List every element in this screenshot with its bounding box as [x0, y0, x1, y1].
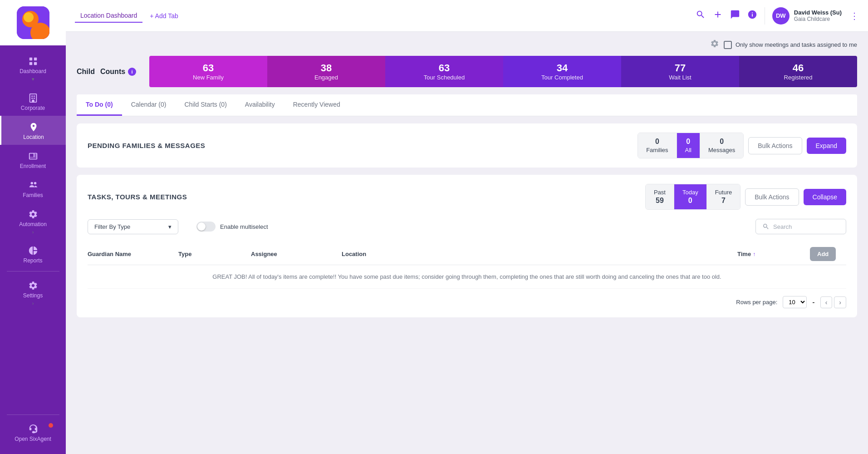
topbar-tab-location-dashboard[interactable]: Location Dashboard	[75, 9, 142, 23]
add-task-button[interactable]: Add	[810, 247, 836, 261]
count-wait-list[interactable]: 77 Wait List	[621, 56, 739, 87]
enrollment-icon	[28, 151, 38, 161]
sidebar-item-families[interactable]: Families	[0, 174, 66, 203]
sort-time-icon: ↑	[753, 251, 755, 257]
sidebar-item-enrollment[interactable]: Enrollment	[0, 145, 66, 174]
svg-rect-9	[31, 96, 33, 97]
col-time[interactable]: Time ↑	[737, 247, 810, 261]
tab-calendar[interactable]: Calendar (0)	[122, 94, 176, 116]
sidebar-item-corporate[interactable]: Corporate	[0, 87, 66, 116]
topbar-user: DW David Weiss (Su) Gaia Childcare ⋮	[765, 7, 859, 25]
svg-rect-6	[29, 62, 32, 65]
svg-rect-7	[34, 62, 36, 65]
pending-filter-all[interactable]: 0 All	[677, 133, 700, 158]
info-icon[interactable]	[747, 10, 757, 22]
topbar-more-icon[interactable]: ⋮	[850, 10, 859, 21]
sidebar-item-families-label: Families	[23, 192, 43, 198]
pending-filter-families[interactable]: 0 Families	[638, 133, 677, 158]
main-content: Location Dashboard + Add Tab DW	[66, 0, 868, 454]
pending-filter-messages[interactable]: 0 Messages	[700, 133, 743, 158]
chat-icon[interactable]	[730, 10, 740, 22]
plus-icon[interactable]	[713, 10, 723, 22]
filter-by-type-dropdown[interactable]: Filter By Type ▾	[88, 219, 178, 234]
tasks-search-bar[interactable]: Search	[755, 219, 846, 234]
tab-recently-viewed[interactable]: Recently Viewed	[284, 94, 349, 116]
topbar-add-tab-button[interactable]: + Add Tab	[145, 10, 182, 22]
agent-status-dot	[49, 423, 53, 428]
count-engaged[interactable]: 38 Engaged	[267, 56, 385, 87]
pending-bulk-actions-button[interactable]: Bulk Actions	[748, 137, 802, 154]
app-logo-icon	[17, 6, 49, 39]
search-bar-icon	[762, 223, 770, 230]
topbar-actions: DW David Weiss (Su) Gaia Childcare ⋮	[696, 7, 859, 25]
sidebar-item-location[interactable]: Location	[0, 116, 66, 145]
pending-expand-button[interactable]: Expand	[807, 138, 846, 154]
tasks-filter-future[interactable]: Future 7	[707, 184, 740, 209]
sidebar-item-reports[interactable]: Reports	[0, 239, 66, 268]
reports-icon	[28, 246, 38, 256]
svg-rect-13	[32, 100, 34, 103]
tasks-filter-today[interactable]: Today 0	[674, 184, 707, 209]
col-guardian-name: Guardian Name	[88, 247, 178, 261]
pending-families-header: PENDING FAMILIES & MESSAGES 0 Families 0…	[88, 133, 846, 158]
sidebar-bottom: Open SixAgent	[0, 412, 66, 454]
multiselect-toggle-group: Enable multiselect	[196, 222, 268, 232]
search-icon[interactable]	[696, 10, 706, 22]
sidebar-item-automation-label: Automation	[19, 221, 47, 227]
tasks-section-title: TASKS, TOURS & MEETINGS	[88, 193, 187, 201]
svg-point-15	[34, 182, 36, 185]
sidebar-logo	[0, 0, 66, 45]
tab-availability[interactable]: Availability	[236, 94, 284, 116]
settings-icon	[28, 281, 38, 291]
multiselect-toggle[interactable]	[196, 222, 216, 232]
sidebar-item-dashboard[interactable]: Dashboard ▾	[0, 50, 66, 87]
count-tour-scheduled[interactable]: 63 Tour Scheduled	[385, 56, 503, 87]
families-icon	[28, 180, 38, 190]
settings-row: Only show meetings and tasks assigned to…	[77, 39, 857, 50]
tasks-bulk-actions-button[interactable]: Bulk Actions	[745, 188, 799, 206]
content-area: Only show meetings and tasks assigned to…	[66, 32, 868, 454]
sidebar: Dashboard ▾ Corporate Location	[0, 0, 66, 454]
rows-per-page-label: Rows per page:	[736, 299, 777, 306]
topbar-tabs: Location Dashboard + Add Tab	[75, 9, 696, 23]
count-new-family[interactable]: 63 New Family	[149, 56, 267, 87]
rows-per-page-select[interactable]: 10 25 50	[783, 296, 807, 308]
sidebar-item-dashboard-label: Dashboard	[20, 68, 46, 74]
svg-rect-12	[33, 98, 34, 99]
table-empty-message: GREAT JOB! All of today's items are comp…	[88, 265, 846, 289]
building-icon	[28, 93, 38, 103]
tasks-inner: Filter By Type ▾ Enable multiselect Sear…	[88, 219, 846, 308]
count-tour-completed[interactable]: 34 Tour Completed	[503, 56, 621, 87]
tab-child-starts[interactable]: Child Starts (0)	[175, 94, 235, 116]
chevron-right-icon: ›	[32, 229, 34, 235]
pagination-separator: -	[812, 298, 814, 306]
count-registered[interactable]: 46 Registered	[739, 56, 857, 87]
pending-families-title: PENDING FAMILIES & MESSAGES	[88, 142, 205, 149]
pending-families-controls: 0 Families 0 All 0 Messages Bul	[638, 133, 846, 158]
table-header: Guardian Name Type Assignee Location Tim…	[88, 242, 846, 265]
next-page-button[interactable]: ›	[834, 296, 846, 308]
sidebar-agent-button[interactable]: Open SixAgent	[0, 418, 66, 447]
prev-page-button[interactable]: ‹	[820, 296, 833, 308]
chevron-down-icon: ▾	[32, 76, 34, 82]
sidebar-item-location-label: Location	[23, 134, 44, 140]
dropdown-arrow-icon: ▾	[168, 223, 172, 230]
tab-todo[interactable]: To Do (0)	[77, 94, 122, 116]
multiselect-label: Enable multiselect	[220, 223, 268, 230]
headset-icon	[28, 424, 38, 434]
col-add: Add	[810, 247, 846, 261]
tasks-collapse-button[interactable]: Collapse	[804, 189, 846, 205]
child-counts-title: Child Counts i	[77, 68, 136, 76]
user-name: David Weiss (Su)	[794, 9, 842, 16]
counts-bar: 63 New Family 38 Engaged 63 Tour Schedul…	[149, 56, 857, 87]
sidebar-item-automation[interactable]: Automation ›	[0, 203, 66, 239]
grid-icon	[28, 56, 38, 66]
child-counts-info-badge[interactable]: i	[128, 68, 136, 76]
sidebar-item-settings[interactable]: Settings ›	[0, 274, 66, 311]
tasks-filter-past[interactable]: Past 59	[646, 184, 674, 209]
tasks-section-header: TASKS, TOURS & MEETINGS Past 59 Today 0 …	[88, 184, 846, 210]
gear-settings-icon[interactable]	[710, 39, 719, 50]
topbar: Location Dashboard + Add Tab DW	[66, 0, 868, 32]
assigned-to-me-checkbox[interactable]: Only show meetings and tasks assigned to…	[724, 41, 857, 49]
svg-point-2	[24, 12, 34, 22]
